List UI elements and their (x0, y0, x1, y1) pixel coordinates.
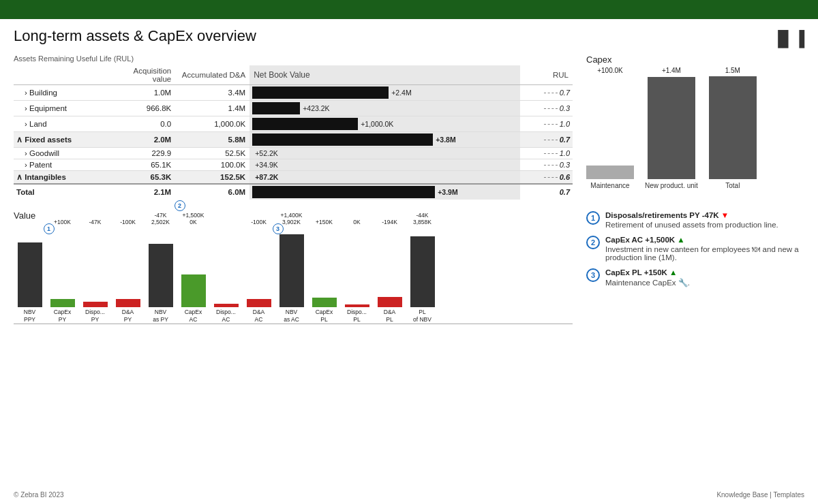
row-name-patent: › Patent (14, 159, 110, 171)
legend-desc: Investment in new canteen for employees … (605, 245, 804, 262)
wf-bottom-label: CapExPY (54, 309, 72, 324)
row-acc: 5.8M (175, 132, 249, 148)
wf-col-dispo-ac: Dispo...AC (210, 210, 242, 324)
row-nbv-bar: +87.2K (249, 171, 520, 185)
wf-bottom-label: PLof NBV (413, 309, 431, 324)
wf-bottom-label: CapExAC (185, 309, 202, 324)
top-bar (0, 0, 818, 19)
wf-above-label: -194K (382, 210, 397, 225)
row-rul: 1.0 (520, 148, 573, 159)
wf-badge-1: 1 (44, 223, 55, 234)
row-acc: 6.0M (175, 184, 249, 200)
wf-bottom-label: NBVas PY (153, 309, 168, 324)
capex-title: Capex (586, 54, 804, 65)
wf-col-dispo-py: -47KDispo...PY (79, 210, 111, 324)
right-section: Capex +100.0KMaintenance+1.4MNew product… (586, 54, 804, 324)
wf-bar (279, 234, 304, 307)
row-acc: 100.0K (175, 159, 249, 171)
row-name-fixed-assets: ∧ Fixed assets (14, 132, 110, 148)
wf-bar (214, 304, 239, 307)
zebra-icon: ▐▌▐ (772, 30, 804, 48)
legend-title: CapEx AC +1,500K ▲ (605, 236, 804, 244)
row-name-equipment: › Equipment (14, 101, 110, 116)
legend-text: CapEx AC +1,500K ▲Investment in new cant… (605, 236, 804, 262)
wf-col-da-ac: -100KD&AAC (243, 210, 275, 324)
row-rul: 1.0 (520, 116, 573, 132)
row-nbv-bar: +52.2K (249, 148, 520, 159)
capex-bar-top-label: +100.0K (597, 67, 623, 74)
legend-title: Disposals/retirements PY -47K ▼ (605, 211, 804, 219)
legend-title: CapEx PL +150K ▲ (605, 268, 804, 277)
row-rul: 0.7 (520, 132, 573, 148)
legend-item-3: 3CapEx PL +150K ▲Maintenance CapEx 🔧. (586, 268, 804, 287)
col-acc: Accumulated D&A (175, 65, 249, 85)
capex-bar (709, 76, 757, 179)
capex-bar-top-label: 1.5M (725, 67, 740, 74)
main-content: Long-term assets & CapEx overview ▐▌▐ As… (0, 19, 818, 332)
wf-col-da-py: -100KD&APY (112, 210, 144, 324)
footer-left: © Zebra BI 2023 (14, 491, 64, 499)
col-rul: RUL (520, 65, 573, 85)
legend-num: 3 (586, 268, 600, 282)
wf-above-label: -100K (251, 210, 267, 225)
wf-above-label: +1,500K 0K (183, 210, 204, 225)
col-acq: Acquisition value (110, 65, 175, 85)
wf-col-capex-pl: +150KCapExPL (308, 210, 340, 324)
row-rul: 0.6 (520, 171, 573, 185)
row-acq: 966.8K (110, 101, 175, 116)
wf-above-label: 0K (353, 210, 360, 225)
wf-bar (83, 302, 108, 307)
row-acc: 152.5K (175, 171, 249, 185)
row-nbv-bar: +423.2K (249, 101, 520, 116)
row-acq: 2.0M (110, 132, 175, 148)
wf-bottom-label: CapExPL (316, 309, 333, 324)
row-acc: 52.5K (175, 148, 249, 159)
legend-desc: Retirement of unused assets from product… (605, 221, 804, 229)
wf-bar (116, 299, 140, 307)
wf-bar-area (245, 225, 273, 307)
col-name (14, 65, 110, 85)
wf-bottom-label: NBVas AC (284, 309, 299, 324)
capex-bar (648, 77, 695, 179)
wf-bar-area (82, 225, 109, 307)
wf-above-label: -44K 3,858K (413, 210, 431, 225)
wf-bar-area (344, 225, 371, 307)
wf-bar-area (213, 225, 240, 307)
table-section-label: Assets Remaining Useful Life (RUL) (14, 54, 573, 63)
wf-bar-area: 1 (49, 225, 76, 307)
wf-bar-area: 3 (278, 225, 305, 307)
capex-bar (586, 166, 634, 179)
wf-above-label: -100K (120, 210, 136, 225)
wf-above-label: -47K (89, 210, 102, 225)
col-nbv: Net Book Value (249, 65, 520, 85)
wf-col-capex-py: +100K1CapExPY (46, 210, 78, 324)
row-name-goodwill: › Goodwill (14, 148, 110, 159)
row-acq: 0.0 (110, 116, 175, 132)
footer-right: Knowledge Base | Templates (716, 491, 804, 499)
wf-bottom-label: NBVPPY (24, 309, 35, 324)
page-title: Long-term assets & CapEx overview (14, 27, 256, 45)
wf-badge-2: 2 (175, 200, 185, 211)
wf-above-label: +1,400K 3,902K (281, 210, 303, 225)
row-rul: 0.3 (520, 159, 573, 171)
row-nbv-bar: +34.9K (249, 159, 520, 171)
capex-chart: +100.0KMaintenance+1.4MNew product. unit… (586, 70, 804, 203)
wf-bottom-label: Dispo...PY (85, 309, 105, 324)
wf-bar-area (409, 225, 436, 307)
row-rul: 0.3 (520, 101, 573, 116)
legend-num: 2 (586, 236, 600, 249)
legend-item-2: 2CapEx AC +1,500K ▲Investment in new can… (586, 236, 804, 262)
wf-bar-area (147, 225, 175, 307)
wf-bottom-label: Dispo...AC (216, 309, 236, 324)
row-acc: 3.4M (175, 85, 249, 101)
value-section: Value NBVPPY+100K1CapExPY-47KDispo...PY-… (14, 210, 573, 324)
wf-col-nbv-as-ac: +1,400K 3,902K3NBVas AC (275, 210, 307, 324)
wf-above-label: +100K (54, 210, 71, 225)
row-name-total: Total (14, 184, 110, 200)
wf-bottom-label: Dispo...PL (347, 309, 367, 324)
wf-col-da-pl: -194KD&APL (374, 210, 406, 324)
wf-bar (378, 297, 402, 307)
row-acc: 1,000.0K (175, 116, 249, 132)
capex-bar-group-Maintenance: +100.0KMaintenance (586, 67, 634, 189)
legend-num: 1 (586, 211, 600, 225)
